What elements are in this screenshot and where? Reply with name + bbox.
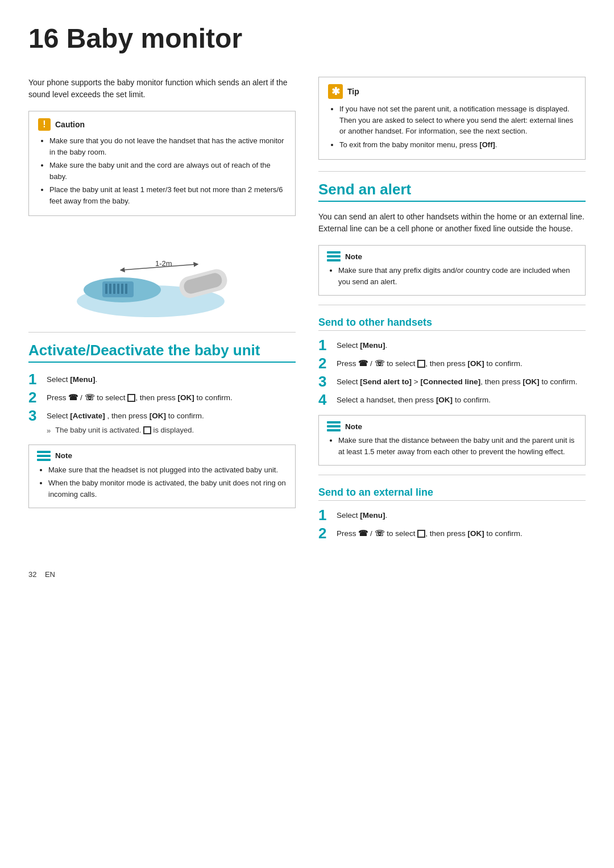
- caution-item-2: Make sure the baby unit and the cord are…: [49, 160, 286, 182]
- handsets-note-item-1: Make sure that the distance between the …: [338, 435, 577, 457]
- send-handsets-heading: Send to other handsets: [318, 317, 586, 331]
- handsets-step-text-3: Select [Send alert to] > [Connected line…: [337, 374, 578, 388]
- activate-note-item-2: When the baby monitor mode is activated,…: [48, 477, 287, 500]
- tip-header: ✱ Tip: [328, 84, 576, 99]
- caution-item-1: Make sure that you do not leave the hand…: [49, 135, 286, 157]
- handsets-step-text-4: Select a handset, then press [OK] to con…: [337, 392, 491, 406]
- activate-note-box: Note Make sure that the headset is not p…: [28, 445, 296, 509]
- svg-rect-3: [105, 284, 107, 294]
- activate-step-2: 2 Press ☎ / ☏ to select , then press [OK…: [28, 390, 296, 405]
- handsets-step-1: 1 Select [Menu].: [318, 338, 586, 352]
- sub-text: The baby unit is activated. is displayed…: [55, 425, 194, 437]
- handsets-step-num-4: 4: [318, 392, 331, 407]
- tip-item-2: To exit from the baby monitor menu, pres…: [339, 139, 576, 151]
- send-alert-divider: [318, 171, 586, 172]
- svg-rect-8: [125, 284, 127, 294]
- svg-text:1-2m: 1-2m: [155, 259, 172, 268]
- handsets-step-text-2: Press ☎ / ☏ to select , then press [OK] …: [337, 356, 522, 369]
- send-handsets-steps: 1 Select [Menu]. 2 Press ☎ / ☏ to select…: [318, 338, 586, 407]
- external-divider: [318, 475, 586, 475]
- title-label: Baby monitor: [67, 23, 242, 53]
- page-title: 16 Baby monitor: [28, 23, 586, 54]
- activate-note-list: Make sure that the headset is not plugge…: [37, 464, 287, 500]
- send-alert-note-list: Make sure that any prefix digits and/or …: [327, 265, 577, 287]
- caution-header: ! Caution: [38, 118, 286, 131]
- send-alert-note-icon: [327, 251, 341, 261]
- handsets-step-2: 2 Press ☎ / ☏ to select , then press [OK…: [318, 356, 586, 371]
- external-step-1: 1 Select [Menu].: [318, 508, 586, 522]
- send-alert-intro: You can send an alert to other handsets …: [318, 211, 586, 235]
- send-handsets-divider: [318, 305, 586, 305]
- handsets-step-3: 3 Select [Send alert to] > [Connected li…: [318, 374, 586, 389]
- tip-box: ✱ Tip If you have not set the parent uni…: [318, 77, 586, 160]
- activate-steps: 1 Select [Menu]. 2 Press ☎ / ☏ to select…: [28, 372, 296, 437]
- activate-step-1: 1 Select [Menu].: [28, 372, 296, 387]
- caution-title: Caution: [55, 120, 85, 129]
- step-text-2: Press ☎ / ☏ to select , then press [OK] …: [47, 390, 233, 404]
- send-alert-heading: Send an alert: [318, 181, 586, 202]
- caution-box: ! Caution Make sure that you do not leav…: [28, 111, 296, 216]
- svg-rect-6: [117, 284, 119, 294]
- illustration: 1-2m: [28, 227, 296, 318]
- activate-step-3: 3 Select [Activate] , then press [OK] to…: [28, 408, 296, 437]
- step-text-3: Select [Activate] , then press [OK] to c…: [47, 408, 204, 437]
- handsets-step-num-3: 3: [318, 374, 331, 389]
- handsets-note-icon: [327, 421, 341, 431]
- handsets-step-num-2: 2: [318, 356, 331, 371]
- send-alert-note-item-1: Make sure that any prefix digits and/or …: [338, 265, 577, 287]
- section-divider: [28, 332, 296, 333]
- tip-icon: ✱: [328, 84, 343, 99]
- step-num-2: 2: [28, 390, 41, 405]
- send-alert-note-box: Note Make sure that any prefix digits an…: [318, 245, 586, 296]
- step-num-1: 1: [28, 372, 41, 387]
- handsets-step-text-1: Select [Menu].: [337, 338, 387, 351]
- page-lang: EN: [45, 570, 55, 579]
- caution-list: Make sure that you do not leave the hand…: [38, 135, 286, 206]
- intro-text: Your phone supports the baby monitor fun…: [28, 77, 296, 101]
- external-step-num-1: 1: [318, 508, 331, 522]
- external-step-2: 2 Press ☎ / ☏ to select , then press [OK…: [318, 526, 586, 541]
- activate-note-item-1: Make sure that the headset is not plugge…: [48, 464, 287, 476]
- handsets-step-4: 4 Select a handset, then press [OK] to c…: [318, 392, 586, 407]
- send-external-heading: Send to an external line: [318, 487, 586, 501]
- step-num-3: 3: [28, 408, 41, 423]
- svg-rect-7: [121, 284, 123, 294]
- step-text-1: Select [Menu].: [47, 372, 97, 385]
- send-alert-note-header: Note: [327, 251, 577, 261]
- caution-icon: !: [38, 118, 51, 131]
- svg-rect-5: [113, 284, 115, 294]
- tip-list: If you have not set the parent unit, a n…: [328, 103, 576, 150]
- external-step-text-1: Select [Menu].: [337, 508, 387, 521]
- external-step-text-2: Press ☎ / ☏ to select , then press [OK] …: [337, 526, 522, 539]
- external-steps: 1 Select [Menu]. 2 Press ☎ / ☏ to select…: [318, 508, 586, 541]
- handsets-note-box: Note Make sure that the distance between…: [318, 415, 586, 466]
- page-number: 32: [28, 570, 36, 579]
- note-icon: [37, 451, 51, 461]
- handsets-note-header: Note: [327, 421, 577, 431]
- tip-item-1: If you have not set the parent unit, a n…: [339, 103, 576, 137]
- page-footer: 32 EN: [28, 570, 586, 579]
- activate-note-header: Note: [37, 451, 287, 461]
- sub-arrow: »: [47, 425, 51, 437]
- external-step-num-2: 2: [318, 526, 331, 541]
- handsets-step-num-1: 1: [318, 338, 331, 352]
- svg-rect-4: [109, 284, 111, 294]
- activate-section-heading: Activate/Deactivate the baby unit: [28, 342, 296, 363]
- caution-item-3: Place the baby unit at least 1 meter/3 f…: [49, 184, 286, 206]
- chapter-number: 16: [28, 23, 59, 53]
- handsets-note-list: Make sure that the distance between the …: [327, 435, 577, 457]
